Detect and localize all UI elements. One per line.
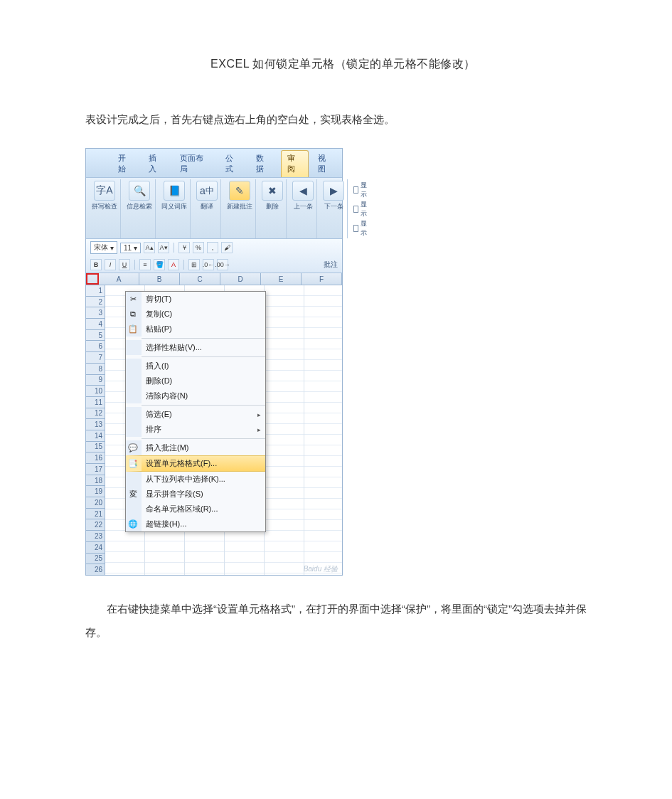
- row-header[interactable]: 19: [86, 486, 105, 497]
- comma-button[interactable]: ,: [207, 242, 218, 253]
- hyperlink-icon: 🌐: [127, 519, 139, 530]
- fill-color-button[interactable]: 🪣: [154, 259, 165, 270]
- col-header[interactable]: E: [261, 273, 302, 285]
- group-prev[interactable]: ◀ 上一条: [289, 179, 317, 238]
- menu-label: 命名单元格区域(R)...: [146, 504, 218, 514]
- cut-icon: ✂: [127, 294, 139, 305]
- row-header[interactable]: 16: [86, 453, 105, 464]
- row-header[interactable]: 10: [86, 386, 105, 397]
- translate-icon: a中: [196, 181, 218, 201]
- menu-clear[interactable]: 清除内容(N): [126, 388, 265, 403]
- group-thesaurus[interactable]: 📘 同义词库: [159, 179, 191, 238]
- borders-button[interactable]: ⊞: [188, 259, 200, 270]
- menu-insert-comment[interactable]: 💬插入批注(M): [126, 440, 265, 455]
- decrease-decimal-button[interactable]: .0←: [203, 259, 214, 270]
- checkbox-icon[interactable]: [353, 206, 358, 213]
- col-header[interactable]: A: [99, 273, 139, 285]
- group-spellcheck[interactable]: 字A 拼写检查: [89, 179, 121, 238]
- menu-label: 筛选(E): [146, 409, 172, 420]
- currency-button[interactable]: ￥: [178, 242, 190, 253]
- row-header[interactable]: 11: [86, 397, 105, 408]
- menu-label: 超链接(H)...: [146, 519, 186, 529]
- menu-dropdown-list[interactable]: 从下拉列表中选择(K)...: [126, 472, 265, 487]
- shrink-font-button[interactable]: A▾: [158, 242, 169, 253]
- row-header[interactable]: 14: [86, 430, 105, 442]
- row-header[interactable]: 4: [86, 319, 105, 330]
- font-color-button[interactable]: A: [168, 259, 179, 270]
- menu-hyperlink[interactable]: 🌐超链接(H)...: [126, 517, 265, 531]
- ribbon-tab-view[interactable]: 视图: [311, 150, 339, 177]
- row-header[interactable]: 21: [86, 509, 105, 520]
- ribbon-tab-home[interactable]: 开始: [112, 150, 139, 177]
- cells-area[interactable]: ✂剪切(T) ⧉复制(C) 📋粘贴(P) 选择性粘贴(V)... 插入(I) 删…: [105, 285, 342, 575]
- menu-phonetic[interactable]: 変显示拼音字段(S): [126, 487, 265, 502]
- checkbox-icon[interactable]: [353, 225, 358, 232]
- row-header[interactable]: 26: [86, 564, 105, 575]
- row-header[interactable]: 24: [86, 542, 105, 554]
- menu-cut[interactable]: ✂剪切(T): [126, 292, 265, 307]
- menu-sort[interactable]: 排序: [126, 422, 265, 437]
- spreadsheet-grid[interactable]: A B C D E F 1 2 3 4 5 6 7 8 9 10: [86, 273, 342, 575]
- menu-format-cells[interactable]: 📑设置单元格格式(F)...: [126, 455, 265, 472]
- grow-font-button[interactable]: A▴: [144, 242, 155, 253]
- row-header[interactable]: 2: [86, 297, 105, 308]
- col-header[interactable]: B: [139, 273, 180, 285]
- row-header[interactable]: 6: [86, 341, 105, 352]
- bold-button[interactable]: B: [90, 259, 102, 270]
- increase-decimal-button[interactable]: .00→: [217, 259, 228, 270]
- row-header[interactable]: 13: [86, 419, 105, 430]
- menu-paste-special[interactable]: 选择性粘贴(V)...: [126, 340, 265, 355]
- row-header[interactable]: 23: [86, 531, 105, 542]
- group-delete-comment[interactable]: ✖ 删除: [259, 179, 287, 238]
- separator: [142, 438, 265, 439]
- row-header[interactable]: 1: [86, 285, 105, 297]
- format-painter-button[interactable]: 🖌: [221, 242, 233, 253]
- col-header[interactable]: D: [220, 273, 261, 285]
- size-select[interactable]: 11▾: [120, 243, 141, 253]
- menu-filter[interactable]: 筛选(E): [126, 407, 265, 422]
- row-header[interactable]: 9: [86, 375, 105, 386]
- group-new-comment[interactable]: ✎ 新建批注: [224, 179, 256, 238]
- row-header[interactable]: 15: [86, 442, 105, 453]
- group-research[interactable]: 🔍 信息检索: [124, 179, 156, 238]
- italic-button[interactable]: I: [105, 259, 116, 270]
- menu-copy[interactable]: ⧉复制(C): [126, 307, 265, 322]
- ribbon-tab-data[interactable]: 数据: [250, 150, 277, 177]
- menu-label: 清除内容(N): [146, 391, 188, 401]
- row-header[interactable]: 22: [86, 519, 105, 531]
- group-label: 上一条: [294, 202, 313, 211]
- separator: [142, 356, 265, 357]
- row-header[interactable]: 17: [86, 464, 105, 475]
- col-header[interactable]: C: [180, 273, 220, 285]
- ribbon-tab-insert[interactable]: 插入: [142, 150, 170, 177]
- menu-label: 插入(I): [146, 361, 169, 371]
- underline-button[interactable]: U: [119, 259, 130, 270]
- row-header[interactable]: 20: [86, 497, 105, 509]
- column-headers: A B C D E F: [86, 273, 342, 285]
- ribbon-tab-review[interactable]: 审阅: [281, 150, 309, 177]
- align-button[interactable]: ≡: [139, 259, 151, 270]
- col-header[interactable]: F: [302, 273, 342, 285]
- menu-name-range[interactable]: 命名单元格区域(R)...: [126, 502, 265, 517]
- menu-label: 删除(D): [146, 376, 172, 386]
- percent-button[interactable]: %: [193, 242, 204, 253]
- font-select[interactable]: 宋体▾: [90, 241, 117, 254]
- row-header[interactable]: 12: [86, 408, 105, 420]
- ribbon-tab-layout[interactable]: 页面布局: [174, 150, 217, 177]
- font-name: 宋体: [94, 243, 108, 253]
- row-header[interactable]: 25: [86, 554, 105, 565]
- row-header[interactable]: 5: [86, 330, 105, 342]
- row-header[interactable]: 18: [86, 475, 105, 487]
- menu-paste[interactable]: 📋粘贴(P): [126, 322, 265, 337]
- row-header[interactable]: 7: [86, 352, 105, 364]
- thesaurus-icon: 📘: [164, 181, 185, 201]
- menu-insert[interactable]: 插入(I): [126, 359, 265, 374]
- group-next[interactable]: ▶ 下一条: [320, 179, 348, 238]
- group-translate[interactable]: a中 翻译: [193, 179, 221, 238]
- row-header[interactable]: 8: [86, 364, 105, 375]
- menu-delete[interactable]: 删除(D): [126, 374, 265, 388]
- ribbon-tab-formula[interactable]: 公式: [219, 150, 247, 177]
- select-all-corner[interactable]: [86, 273, 99, 285]
- row-header[interactable]: 3: [86, 307, 105, 319]
- checkbox-icon[interactable]: [353, 186, 358, 194]
